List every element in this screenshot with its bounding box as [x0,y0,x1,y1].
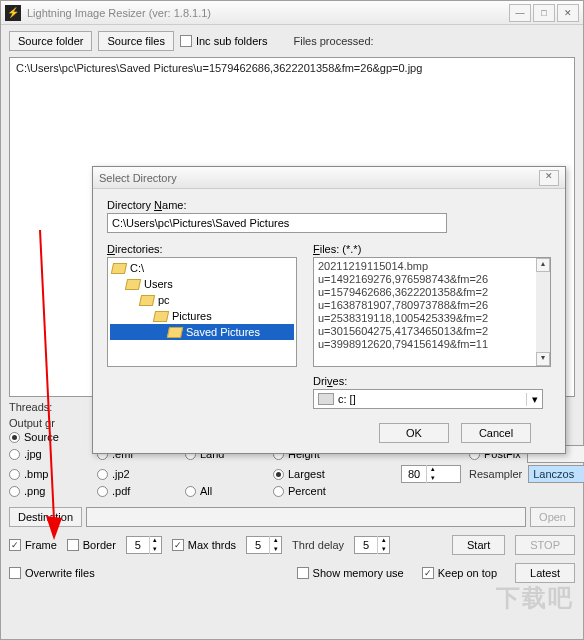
file-item[interactable]: u=2538319118,1005425339&fm=2 [318,312,546,325]
size-largest-radio[interactable]: Largest [273,468,393,480]
tree-item[interactable]: pc [110,292,294,308]
dialog-titlebar: Select Directory ✕ [93,167,565,189]
drives-dropdown[interactable]: c: [] ▾ [313,389,543,409]
cancel-button[interactable]: Cancel [461,423,531,443]
folder-icon [167,327,183,338]
max-thrds-spinner[interactable]: 5▴▾ [246,536,282,554]
latest-button[interactable]: Latest [515,563,575,583]
destination-input[interactable] [86,507,526,527]
format-pdf-radio[interactable]: .pdf [97,485,177,497]
drive-icon [318,393,334,405]
resampler-label: Resampler [469,468,522,480]
source-folder-button[interactable]: Source folder [9,31,92,51]
minimize-button[interactable]: — [509,4,531,22]
directory-tree[interactable]: C:\UserspcPicturesSaved Pictures [107,257,297,367]
keep-on-top-checkbox[interactable]: ✓Keep on top [422,567,497,579]
format-jp2-radio[interactable]: .jp2 [97,468,177,480]
file-item[interactable]: u=3998912620,794156149&fm=11 [318,338,546,351]
files-listbox[interactable]: 20211219115014.bmpu=1492169276,976598743… [313,257,551,367]
toolbar: Source folder Source files Inc sub folde… [1,25,583,57]
file-item[interactable]: 20211219115014.bmp [318,260,546,273]
file-item[interactable]: u=1638781907,780973788&fm=26 [318,299,546,312]
scrollbar[interactable]: ▴ ▾ [536,258,550,366]
window-title: Lightning Image Resizer (ver: 1.8.1.1) [27,7,509,19]
chevron-down-icon[interactable]: ▾ [526,393,542,406]
app-icon: ⚡ [5,5,21,21]
tree-item[interactable]: Saved Pictures [110,324,294,340]
files-label: Files: (*.*) [313,243,551,255]
directories-label: Directories: [107,243,297,255]
directory-name-input[interactable]: C:\Users\pc\Pictures\Saved Pictures [107,213,447,233]
directory-name-label: Directory Name: [107,199,551,211]
orient-all-radio[interactable]: All [185,485,265,497]
start-button[interactable]: Start [452,535,505,555]
overwrite-checkbox[interactable]: Overwrite files [9,567,95,579]
open-button[interactable]: Open [530,507,575,527]
spin-down-icon[interactable]: ▾ [426,474,438,483]
tree-item[interactable]: Users [110,276,294,292]
tree-item[interactable]: Pictures [110,308,294,324]
folder-icon [139,295,155,306]
file-item[interactable]: u=3015604275,4173465013&fm=2 [318,325,546,338]
scroll-down-icon[interactable]: ▾ [536,352,550,366]
size-percent-radio[interactable]: Percent [273,485,393,497]
thrd-delay-spinner[interactable]: 5▴▾ [354,536,390,554]
folder-icon [153,311,169,322]
dialog-close-button[interactable]: ✕ [539,170,559,186]
format-source-radio[interactable]: Source [9,431,89,443]
ok-button[interactable]: OK [379,423,449,443]
resampler-dropdown[interactable]: Lanczos▾ [528,465,584,483]
drives-label: Drives: [313,375,551,387]
tree-item[interactable]: C:\ [110,260,294,276]
stop-button[interactable]: STOP [515,535,575,555]
source-files-button[interactable]: Source files [98,31,173,51]
inc-sub-folders-checkbox[interactable]: Inc sub folders [180,35,268,47]
output-group-label: Output gr [9,417,55,429]
destination-button[interactable]: Destination [9,507,82,527]
select-directory-dialog: Select Directory ✕ Directory Name: C:\Us… [92,166,566,454]
format-jpg-radio[interactable]: .jpg [9,448,89,460]
dialog-title: Select Directory [99,172,539,184]
border-spinner[interactable]: 5▴▾ [126,536,162,554]
file-item[interactable]: u=1492169276,976598743&fm=26 [318,273,546,286]
scroll-up-icon[interactable]: ▴ [536,258,550,272]
file-item[interactable]: u=1579462686,3622201358&fm=2 [318,286,546,299]
close-button[interactable]: ✕ [557,4,579,22]
spin-up-icon[interactable]: ▴ [426,465,438,474]
show-memory-checkbox[interactable]: Show memory use [297,567,404,579]
border-checkbox[interactable]: Border [67,539,116,551]
titlebar: ⚡ Lightning Image Resizer (ver: 1.8.1.1)… [1,1,583,25]
folder-icon [125,279,141,290]
folder-icon [111,263,127,274]
thrd-delay-label: Thrd delay [292,539,344,551]
format-png-radio[interactable]: .png [9,485,89,497]
threads-label: Threads: [9,401,52,413]
file-list-item[interactable]: C:\Users\pc\Pictures\Saved Pictures\u=15… [16,62,568,74]
size-value-spinner[interactable]: 80▴▾ [401,465,461,483]
files-processed-label: Files processed: [293,35,373,47]
format-bmp-radio[interactable]: .bmp [9,468,89,480]
max-thrds-checkbox[interactable]: ✓Max thrds [172,539,236,551]
frame-checkbox[interactable]: ✓Frame [9,539,57,551]
maximize-button[interactable]: □ [533,4,555,22]
